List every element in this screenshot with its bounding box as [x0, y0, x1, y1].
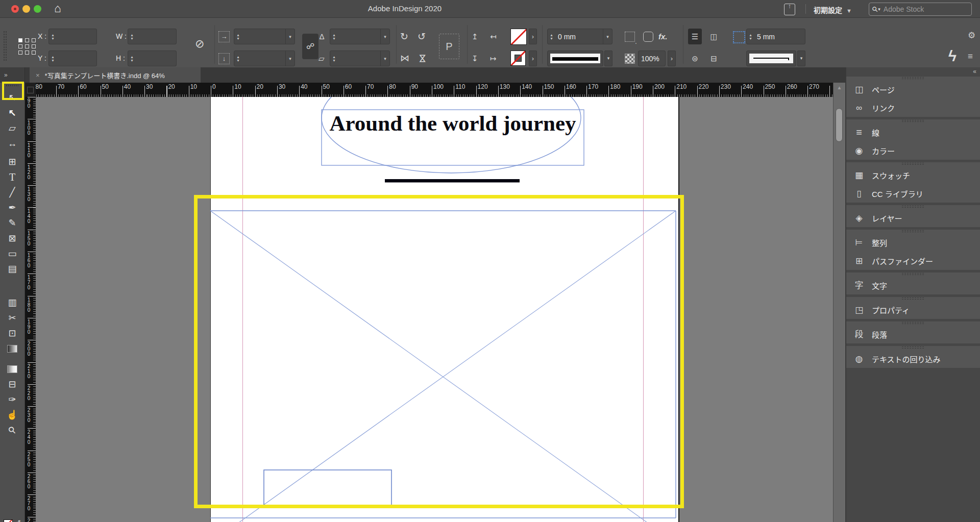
link-scale-button[interactable]: ☍ — [302, 34, 318, 59]
scale-x-field[interactable]: ▾ — [234, 29, 295, 44]
x-position-field[interactable] — [48, 29, 97, 44]
panel-group-drag-handle[interactable] — [901, 162, 925, 165]
stepper-icon[interactable] — [330, 29, 338, 44]
stepper-icon[interactable] — [128, 29, 136, 44]
text-wrap-icon[interactable]: テキストの回り込み — [846, 350, 980, 368]
opacity-options-button[interactable]: › — [668, 51, 676, 66]
layers-icon[interactable]: レイヤー — [846, 209, 980, 227]
pencil-tool[interactable] — [3, 215, 22, 231]
document-tab[interactable]: × *写真集テンプレート横書き.indd @ 64% — [30, 67, 201, 83]
share-icon[interactable] — [784, 4, 795, 15]
properties-icon[interactable]: プロパティ — [846, 301, 980, 319]
corner-options-icon[interactable] — [625, 32, 635, 42]
width-field[interactable] — [128, 29, 177, 44]
stroke-type-dropdown[interactable] — [547, 51, 603, 66]
page-tool[interactable] — [3, 120, 22, 136]
adobe-stock-search[interactable]: ⚲ ▾ Adobe Stock — [869, 3, 972, 16]
select-next-icon[interactable]: ↦ — [490, 51, 497, 66]
select-container-badge[interactable]: P — [439, 34, 459, 59]
vertical-ruler[interactable]: 9010011012013014015016017018019020021022… — [25, 97, 36, 522]
panel-group-drag-handle[interactable] — [901, 205, 925, 208]
zoom-window-button[interactable] — [34, 5, 41, 13]
stepper-icon[interactable] — [548, 29, 555, 44]
swap-fill-stroke-icon[interactable]: ⇆ — [15, 518, 24, 522]
stepper-icon[interactable] — [747, 29, 754, 44]
stroke-options-button[interactable]: › — [529, 51, 537, 66]
rotate-ccw-icon[interactable]: ↺ — [418, 29, 426, 44]
stroke-icon[interactable]: 線 — [846, 123, 980, 141]
panel-group-drag-handle[interactable] — [901, 119, 925, 122]
wrap-none-button[interactable]: ☰ — [688, 29, 702, 44]
panel-group-drag-handle[interactable] — [901, 230, 925, 233]
rotation-angle-field[interactable]: ▾ — [330, 29, 390, 44]
select-content-icon[interactable]: ↧ — [472, 51, 478, 66]
stroke-type-chevron[interactable]: ▾ — [604, 51, 612, 66]
flip-vertical-icon[interactable]: ⋈ — [414, 54, 430, 63]
scissors-tool[interactable] — [3, 310, 22, 326]
swatches-icon[interactable]: スウォッチ — [846, 166, 980, 184]
shear-angle-field[interactable]: ▾ — [330, 51, 390, 66]
pathfinder-icon[interactable]: パスファインダー — [846, 252, 980, 270]
horizontal-ruler[interactable]: 8070605040302010010203040506070809010011… — [36, 83, 833, 97]
corner-radius-field[interactable]: 5 mm — [746, 29, 805, 44]
links-icon[interactable]: リンク — [846, 98, 980, 117]
scale-y-field[interactable]: ▾ — [234, 51, 295, 66]
corner-shape-chevron[interactable]: ▾ — [797, 51, 805, 66]
rectangle-tool[interactable] — [3, 246, 22, 261]
align-icon[interactable]: 整列 — [846, 233, 980, 252]
chevron-down-icon[interactable]: ▾ — [380, 51, 389, 66]
fill-options-button[interactable]: › — [529, 29, 537, 44]
flip-horizontal-icon[interactable]: ⋈ — [400, 51, 409, 66]
stroke-weight-field[interactable]: 0 mm▾ — [547, 29, 612, 44]
chevron-down-icon[interactable]: ▾ — [380, 29, 389, 44]
type-tool[interactable] — [3, 169, 22, 185]
fill-swatch-none[interactable] — [510, 29, 527, 45]
panel-group-drag-handle[interactable] — [901, 346, 925, 349]
panel-group-drag-handle[interactable] — [901, 77, 925, 80]
panel-group-drag-handle[interactable] — [901, 297, 925, 300]
content-collector-tool[interactable] — [3, 154, 22, 169]
pages-icon[interactable]: ページ — [846, 80, 980, 98]
line-tool[interactable] — [3, 185, 22, 200]
settings-gear-icon[interactable]: ⚙ — [968, 30, 975, 41]
scrollbar-thumb[interactable] — [836, 108, 843, 142]
panel-menu-icon[interactable]: ≡ — [968, 52, 973, 62]
chevron-down-icon[interactable]: ▾ — [285, 29, 295, 44]
note-tool[interactable] — [3, 377, 22, 392]
wrap-object-shape-button[interactable]: ⊜ — [688, 51, 702, 66]
pen-tool[interactable] — [3, 200, 22, 215]
direct-selection-tool[interactable] — [3, 105, 22, 120]
panel-grip[interactable] — [3, 31, 7, 61]
pasteboard[interactable]: Around the world journey — [36, 97, 833, 522]
jump-object-button[interactable]: ⊟ — [707, 51, 721, 66]
panel-group-drag-handle[interactable] — [901, 272, 925, 276]
stepper-icon[interactable] — [330, 51, 338, 66]
chevron-down-icon[interactable]: ▾ — [603, 29, 612, 44]
cc-libraries-icon[interactable]: CC ライブラリ — [846, 184, 980, 203]
tools-collapse-button[interactable]: » — [0, 67, 25, 83]
default-fill-stroke-icon[interactable] — [4, 519, 13, 522]
ruler-origin-box[interactable] — [25, 83, 36, 97]
corner-shape-dropdown[interactable] — [746, 51, 796, 66]
frame-tool[interactable] — [3, 231, 22, 246]
eyedropper-tool[interactable] — [3, 392, 22, 407]
y-position-field[interactable] — [48, 51, 97, 66]
minimize-window-button[interactable] — [22, 5, 30, 13]
select-previous-icon[interactable]: ↤ — [490, 29, 497, 44]
vertical-grid-tool[interactable] — [3, 295, 22, 310]
stepper-icon[interactable] — [234, 51, 242, 66]
close-window-button[interactable] — [11, 5, 19, 13]
collapse-dock-icon[interactable]: « — [973, 68, 976, 75]
stepper-icon[interactable] — [49, 29, 57, 44]
effects-fx-button[interactable]: fx. — [658, 29, 668, 44]
panel-group-drag-handle[interactable] — [901, 321, 925, 325]
hand-tool[interactable] — [3, 407, 22, 422]
gap-tool[interactable] — [3, 136, 22, 151]
character-icon[interactable]: 文字 — [846, 276, 980, 294]
color-icon[interactable]: カラー — [846, 141, 980, 160]
zoom-tool[interactable] — [3, 422, 22, 438]
free-transform-tool[interactable] — [3, 326, 22, 341]
chevron-down-icon[interactable]: ▾ — [285, 51, 295, 66]
reference-point-proxy[interactable] — [18, 34, 36, 59]
stepper-icon[interactable] — [49, 51, 57, 66]
